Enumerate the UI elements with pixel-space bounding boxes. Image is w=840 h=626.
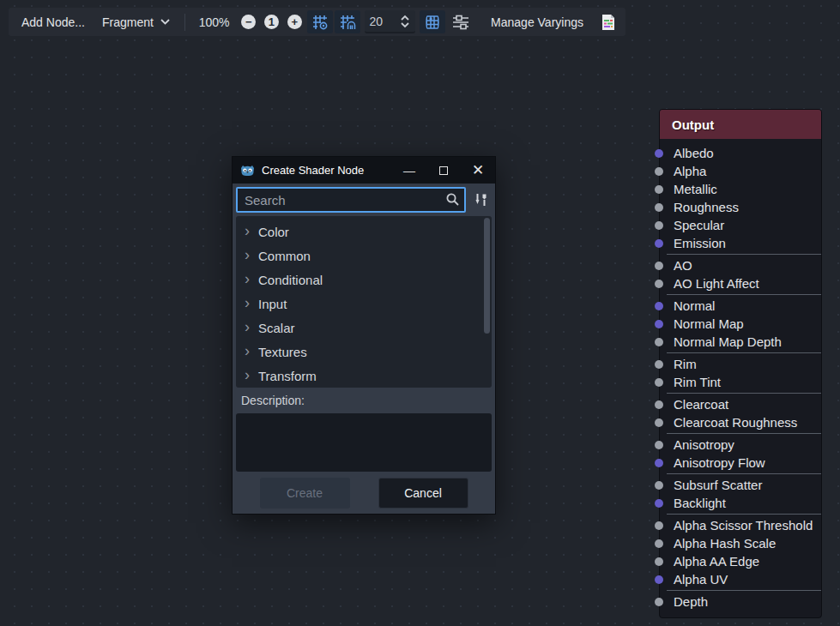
arrange-nodes-button[interactable] xyxy=(447,10,474,33)
port-label: Rim xyxy=(674,357,697,371)
port-group-separator xyxy=(667,393,821,394)
filter-tools-button[interactable] xyxy=(469,188,492,212)
output-node-ports: AlbedoAlphaMetallicRoughnessSpecularEmis… xyxy=(660,139,821,617)
port-label: Alpha Hash Scale xyxy=(674,536,776,551)
chevron-right-icon[interactable]: › xyxy=(245,295,258,310)
tree-item-transform[interactable]: ›Transform xyxy=(236,364,492,388)
port-connector-vector[interactable] xyxy=(655,149,663,158)
snap-toggle-button[interactable] xyxy=(335,10,360,33)
port-row: Alpha UV xyxy=(660,570,821,588)
zoom-in-button[interactable]: + xyxy=(286,10,304,33)
chevron-right-icon[interactable]: › xyxy=(245,319,258,334)
maximize-button[interactable] xyxy=(426,157,461,184)
port-connector-scalar[interactable] xyxy=(655,203,663,212)
tree-item-label: Conditional xyxy=(258,273,323,287)
chevron-right-icon[interactable]: › xyxy=(245,247,258,262)
tree-item-color[interactable]: ›Color xyxy=(236,220,492,244)
chevron-down-icon xyxy=(160,19,170,25)
zoom-reset-button[interactable]: 1 xyxy=(263,10,281,33)
port-row: Emission xyxy=(660,234,821,252)
port-group-separator xyxy=(667,590,821,591)
port-label: Backlight xyxy=(674,496,726,510)
port-row: Alpha Hash Scale xyxy=(660,534,821,552)
port-connector-vector[interactable] xyxy=(655,459,663,467)
close-button[interactable]: ✕ xyxy=(461,157,495,184)
port-connector-vector[interactable] xyxy=(655,499,663,508)
chevron-right-icon[interactable]: › xyxy=(245,223,258,238)
tree-item-label: Transform xyxy=(258,369,317,383)
chevron-right-icon[interactable]: › xyxy=(245,271,258,286)
tree-item-input[interactable]: ›Input xyxy=(236,292,492,316)
chevron-right-icon[interactable]: › xyxy=(245,343,258,358)
port-connector-scalar[interactable] xyxy=(655,557,663,566)
search-input[interactable] xyxy=(236,187,466,213)
one-circle-icon: 1 xyxy=(264,15,279,29)
port-connector-scalar[interactable] xyxy=(655,185,663,194)
minimize-button[interactable]: — xyxy=(392,157,426,184)
port-connector-scalar[interactable] xyxy=(655,598,663,606)
output-node[interactable]: Output AlbedoAlphaMetallicRoughnessSpecu… xyxy=(659,109,822,618)
output-node-header[interactable]: Output xyxy=(660,110,821,139)
port-connector-scalar[interactable] xyxy=(655,418,663,427)
tree-item-label: Textures xyxy=(258,345,307,359)
port-group-separator xyxy=(667,473,821,474)
port-row: Rim xyxy=(660,355,821,373)
search-field-wrap xyxy=(236,187,466,213)
shader-file-icon xyxy=(601,14,616,31)
shader-mode-dropdown[interactable]: Fragment xyxy=(94,10,178,33)
spin-updown-icon[interactable] xyxy=(400,15,410,28)
port-connector-scalar[interactable] xyxy=(655,262,663,270)
port-connector-scalar[interactable] xyxy=(655,167,663,176)
port-row: Backlight xyxy=(660,494,821,512)
add-node-button[interactable]: Add Node... xyxy=(14,10,93,33)
zoom-out-button[interactable]: − xyxy=(239,10,257,33)
port-label: AO xyxy=(674,258,692,273)
port-row: Clearcoat xyxy=(660,395,821,413)
port-label: Subsurf Scatter xyxy=(674,478,762,492)
port-row: Alpha xyxy=(660,162,821,180)
port-connector-scalar[interactable] xyxy=(655,481,663,490)
cancel-button[interactable]: Cancel xyxy=(378,478,468,509)
port-connector-scalar[interactable] xyxy=(655,400,663,409)
shader-file-button[interactable] xyxy=(596,10,620,33)
tree-scrollbar[interactable] xyxy=(484,218,490,386)
port-connector-scalar[interactable] xyxy=(655,221,663,230)
port-connector-vector[interactable] xyxy=(655,302,663,310)
grid-toggle-button[interactable] xyxy=(307,10,333,33)
port-connector-scalar[interactable] xyxy=(655,280,663,288)
tree-item-scalar[interactable]: ›Scalar xyxy=(236,316,492,340)
port-label: Metallic xyxy=(674,182,717,196)
port-label: Normal xyxy=(674,298,715,313)
snap-distance-spinbox[interactable]: 20 xyxy=(365,10,416,33)
tree-item-label: Scalar xyxy=(258,321,295,335)
grid-icon xyxy=(311,14,329,31)
tree-item-common[interactable]: ›Common xyxy=(236,244,492,268)
port-label: Alpha Scissor Threshold xyxy=(674,518,813,533)
port-connector-scalar[interactable] xyxy=(655,521,663,530)
tree-item-textures[interactable]: ›Textures xyxy=(236,340,492,364)
port-label: Normal Map Depth xyxy=(674,334,782,349)
description-textarea[interactable] xyxy=(236,413,492,472)
port-connector-scalar[interactable] xyxy=(655,441,663,449)
port-group-separator xyxy=(667,352,821,353)
port-connector-scalar[interactable] xyxy=(655,360,663,369)
port-label: Anisotropy xyxy=(674,437,734,452)
tree-scrollbar-thumb[interactable] xyxy=(484,218,490,334)
port-connector-vector[interactable] xyxy=(655,575,663,584)
port-label: Alpha xyxy=(674,164,706,178)
dialog-titlebar[interactable]: Create Shader Node — ✕ xyxy=(233,157,495,184)
port-connector-scalar[interactable] xyxy=(655,539,663,548)
chevron-right-icon[interactable]: › xyxy=(245,367,258,382)
manage-varyings-button[interactable]: Manage Varyings xyxy=(483,10,591,33)
port-group-separator xyxy=(667,514,821,515)
port-label: Emission xyxy=(674,236,726,250)
port-connector-vector[interactable] xyxy=(655,239,663,248)
port-connector-scalar[interactable] xyxy=(655,338,663,346)
port-connector-vector[interactable] xyxy=(655,320,663,328)
tree-item-conditional[interactable]: ›Conditional xyxy=(236,268,492,292)
dialog-body: ›Color›Common›Conditional›Input›Scalar›T… xyxy=(233,184,495,514)
port-connector-scalar[interactable] xyxy=(655,378,663,387)
port-row: Alpha AA Edge xyxy=(660,552,821,570)
minimap-toggle-button[interactable] xyxy=(420,10,445,33)
create-button[interactable]: Create xyxy=(260,478,350,509)
